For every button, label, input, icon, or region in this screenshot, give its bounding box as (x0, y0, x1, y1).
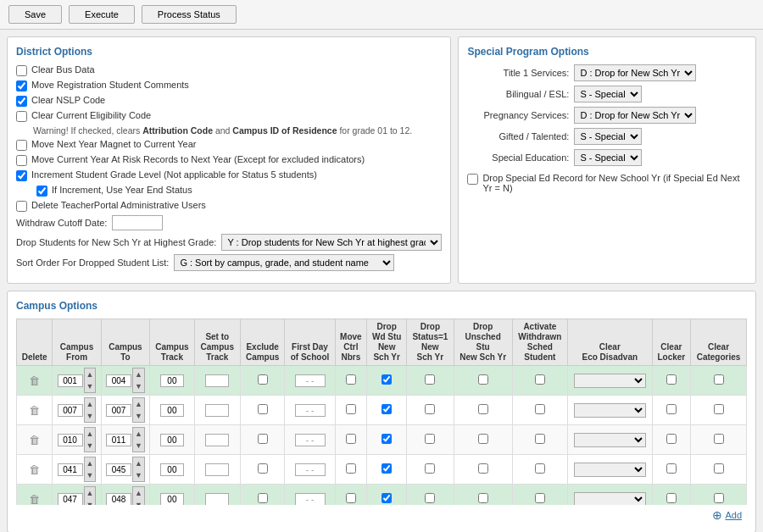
activate-withdrawn-checkbox[interactable] (535, 404, 545, 414)
set-track-input[interactable] (205, 493, 229, 506)
clear-eco-select[interactable]: Clear Keep (574, 433, 646, 447)
clear-bus-checkbox[interactable] (16, 65, 27, 76)
at-risk-checkbox[interactable] (16, 155, 27, 166)
activate-withdrawn-checkbox[interactable] (535, 463, 545, 474)
withdraw-cutoff-input[interactable] (112, 215, 163, 230)
year-end-checkbox[interactable] (36, 186, 47, 197)
sort-order-select[interactable]: G : Sort by campus, grade, and student n… (174, 254, 394, 271)
exclude-campus-checkbox[interactable] (258, 374, 268, 385)
drop-status1-checkbox[interactable] (425, 404, 435, 414)
drop-wd-checkbox[interactable] (382, 404, 392, 414)
delete-icon[interactable]: 🗑 (29, 493, 40, 506)
drop-special-ed-checkbox[interactable] (467, 174, 478, 185)
clear-locker-checkbox[interactable] (666, 434, 677, 444)
first-day-input[interactable] (295, 374, 326, 387)
delete-cell[interactable]: 🗑 (17, 366, 53, 396)
delete-icon[interactable]: 🗑 (29, 374, 40, 387)
add-label[interactable]: Add (725, 510, 742, 520)
gifted-select[interactable]: S - Special D - Drop (574, 128, 642, 145)
campus-from-input[interactable] (58, 493, 83, 506)
delete-icon[interactable]: 🗑 (29, 463, 40, 476)
campus-track-input[interactable] (160, 404, 184, 417)
exclude-campus-checkbox[interactable] (258, 463, 268, 474)
activate-withdrawn-checkbox[interactable] (535, 374, 545, 385)
campus-from-input[interactable] (58, 434, 83, 446)
clear-nslp-checkbox[interactable] (16, 96, 27, 107)
move-ctrl-checkbox[interactable] (346, 493, 356, 503)
campus-to-input[interactable] (106, 493, 131, 506)
move-ctrl-checkbox[interactable] (346, 404, 356, 414)
drop-status1-checkbox[interactable] (425, 493, 435, 503)
campus-to-stepper[interactable]: ▲▼ (132, 486, 145, 505)
clear-cat-checkbox[interactable] (714, 374, 724, 385)
campus-from-input[interactable] (58, 404, 83, 417)
drop-wd-checkbox[interactable] (382, 434, 392, 444)
campus-track-input[interactable] (160, 463, 184, 476)
campus-from-input[interactable] (58, 374, 83, 387)
clear-cat-checkbox[interactable] (714, 434, 724, 444)
drop-status1-checkbox[interactable] (425, 374, 435, 385)
drop-status1-checkbox[interactable] (425, 463, 435, 474)
campus-to-input[interactable] (106, 404, 131, 417)
special-ed-select[interactable]: S - Special D - Drop (574, 149, 642, 166)
delete-icon[interactable]: 🗑 (29, 434, 40, 446)
campus-from-input[interactable] (58, 463, 83, 476)
move-ctrl-checkbox[interactable] (346, 463, 356, 474)
activate-withdrawn-checkbox[interactable] (535, 493, 545, 503)
activate-withdrawn-checkbox[interactable] (535, 434, 545, 444)
magnet-checkbox[interactable] (16, 140, 27, 151)
pregnancy-select[interactable]: D : Drop for New Sch Yr S : Special (574, 107, 696, 124)
drop-unsched-checkbox[interactable] (478, 493, 488, 503)
campus-from-stepper[interactable]: ▲▼ (84, 486, 97, 505)
first-day-input[interactable] (295, 434, 326, 446)
clear-eligibility-checkbox[interactable] (16, 111, 27, 122)
delete-cell[interactable]: 🗑 (17, 485, 53, 506)
process-status-button[interactable]: Process Status (142, 5, 237, 24)
set-track-input[interactable] (205, 374, 229, 387)
set-track-input[interactable] (205, 463, 229, 476)
delete-cell[interactable]: 🗑 (17, 396, 53, 425)
clear-eco-select[interactable]: Clear Keep (574, 374, 646, 388)
drop-unsched-checkbox[interactable] (478, 374, 488, 385)
campus-track-input[interactable] (160, 374, 184, 387)
drop-students-select[interactable]: Y : Drop students for New Sch Yr at high… (221, 234, 442, 251)
campus-to-stepper[interactable]: ▲▼ (132, 457, 145, 482)
campus-track-input[interactable] (160, 434, 184, 446)
drop-unsched-checkbox[interactable] (478, 404, 488, 414)
increment-checkbox[interactable] (16, 170, 27, 181)
delete-cell[interactable]: 🗑 (17, 425, 53, 455)
campus-track-input[interactable] (160, 493, 184, 506)
drop-status1-checkbox[interactable] (425, 434, 435, 444)
drop-wd-checkbox[interactable] (382, 493, 392, 503)
clear-locker-checkbox[interactable] (666, 404, 677, 414)
title1-select[interactable]: D : Drop for New Sch Yr S : Special (574, 64, 696, 81)
bilingual-select[interactable]: S - Special D - Drop (574, 86, 642, 103)
set-track-input[interactable] (205, 404, 229, 417)
drop-wd-checkbox[interactable] (382, 463, 392, 474)
campus-to-stepper[interactable]: ▲▼ (132, 368, 145, 393)
move-ctrl-checkbox[interactable] (346, 374, 356, 385)
move-ctrl-checkbox[interactable] (346, 434, 356, 444)
campus-to-input[interactable] (106, 434, 131, 446)
clear-eco-select[interactable]: Clear Keep (574, 403, 646, 418)
clear-cat-checkbox[interactable] (714, 463, 724, 474)
save-button[interactable]: Save (8, 5, 62, 24)
exclude-campus-checkbox[interactable] (258, 493, 268, 503)
clear-locker-checkbox[interactable] (666, 374, 677, 385)
delete-icon[interactable]: 🗑 (29, 404, 40, 417)
clear-locker-checkbox[interactable] (666, 463, 677, 474)
clear-eco-select[interactable]: Clear Keep (574, 492, 646, 506)
first-day-input[interactable] (295, 404, 326, 417)
first-day-input[interactable] (295, 463, 326, 476)
campus-from-stepper[interactable]: ▲▼ (84, 427, 97, 452)
clear-cat-checkbox[interactable] (714, 404, 724, 414)
execute-button[interactable]: Execute (69, 5, 135, 24)
exclude-campus-checkbox[interactable] (258, 404, 268, 414)
delete-cell[interactable]: 🗑 (17, 455, 53, 485)
clear-cat-checkbox[interactable] (714, 493, 724, 503)
first-day-input[interactable] (295, 493, 326, 506)
campus-from-stepper[interactable]: ▲▼ (84, 457, 97, 482)
clear-eco-select[interactable]: Clear Keep (574, 463, 646, 477)
campus-from-stepper[interactable]: ▲▼ (84, 368, 97, 393)
set-track-input[interactable] (205, 434, 229, 446)
